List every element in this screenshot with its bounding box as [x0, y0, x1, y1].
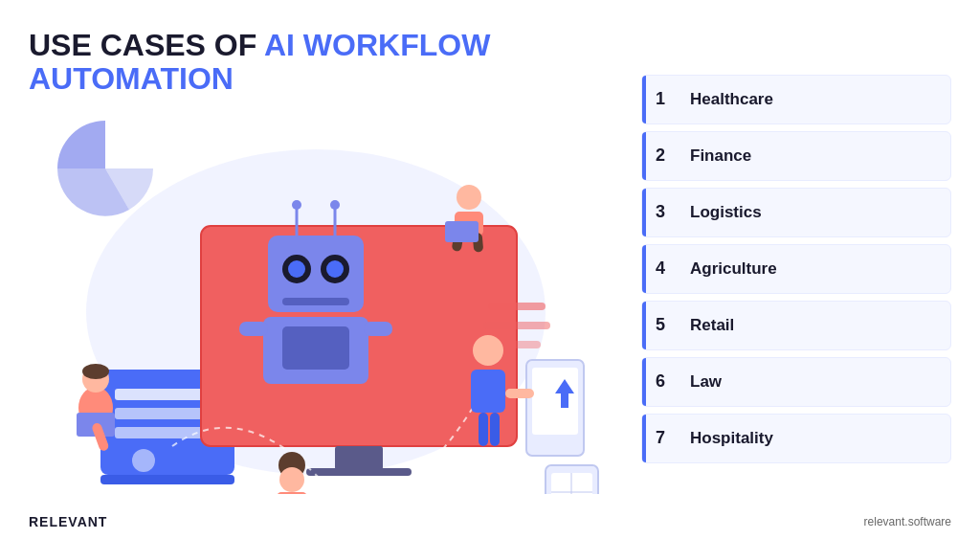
svg-point-17: [292, 200, 301, 210]
title-line2: AUTOMATION: [29, 62, 622, 96]
list-item: 3 Logistics: [641, 188, 951, 237]
main-illustration: [48, 111, 603, 494]
item-number-3: 3: [656, 202, 675, 222]
item-label-4: Agriculture: [690, 259, 777, 279]
svg-rect-25: [282, 298, 349, 305]
svg-rect-58: [490, 413, 500, 446]
list-item: 7 Hospitality: [641, 414, 951, 463]
list-item: 6 Law: [641, 357, 951, 407]
svg-rect-30: [488, 303, 546, 310]
title-normal-text: USE CASES OF: [29, 28, 264, 62]
item-number-7: 7: [656, 428, 675, 448]
svg-rect-34: [532, 368, 578, 435]
item-number-5: 5: [656, 315, 675, 335]
item-label-3: Logistics: [690, 203, 762, 222]
item-number-2: 2: [656, 146, 675, 166]
svg-rect-14: [335, 446, 383, 470]
item-label-1: Healthcare: [690, 90, 773, 109]
svg-point-49: [279, 467, 304, 492]
title-highlight-text: AI WORKFLOW: [264, 28, 490, 62]
list-item: 5 Retail: [641, 301, 951, 350]
svg-rect-57: [479, 413, 488, 446]
website-url: relevant.software: [864, 515, 951, 528]
footer: RELEVANT relevant.software: [0, 508, 980, 539]
left-panel: USE CASES OF AI WORKFLOW AUTOMATION: [29, 29, 622, 499]
illustration-area: [29, 105, 622, 499]
svg-point-24: [326, 260, 344, 278]
list-item: 1 Healthcare: [641, 75, 951, 124]
svg-rect-36: [561, 393, 568, 408]
svg-rect-2: [100, 475, 234, 484]
item-label-2: Finance: [690, 146, 751, 166]
svg-point-9: [82, 364, 109, 379]
svg-point-6: [132, 449, 155, 472]
item-label-6: Law: [690, 372, 722, 392]
svg-rect-50: [277, 492, 307, 494]
svg-rect-31: [483, 322, 550, 329]
item-number-6: 6: [656, 371, 675, 392]
item-label-5: Retail: [690, 316, 734, 335]
title-block: USE CASES OF AI WORKFLOW AUTOMATION: [29, 29, 622, 96]
list-item: 2 Finance: [641, 131, 951, 181]
svg-rect-29: [364, 322, 392, 336]
svg-rect-28: [239, 322, 268, 336]
right-panel: 1 Healthcare 2 Finance 3 Logistics 4 Agr…: [641, 29, 951, 499]
svg-rect-15: [306, 468, 412, 476]
item-number-1: 1: [656, 89, 675, 109]
svg-point-43: [457, 185, 481, 210]
svg-rect-47: [445, 221, 479, 242]
svg-point-23: [288, 260, 305, 278]
item-label-7: Hospitality: [690, 429, 773, 448]
brand-name: RELEVANT: [29, 514, 107, 529]
svg-rect-56: [471, 370, 505, 413]
svg-rect-59: [505, 389, 534, 398]
svg-point-19: [330, 200, 340, 210]
svg-point-55: [473, 335, 503, 366]
main-container: USE CASES OF AI WORKFLOW AUTOMATION: [0, 0, 980, 508]
item-number-4: 4: [656, 258, 675, 279]
list-item: 4 Agriculture: [641, 244, 951, 294]
svg-rect-27: [282, 326, 349, 370]
title-line1: USE CASES OF AI WORKFLOW: [29, 29, 622, 62]
